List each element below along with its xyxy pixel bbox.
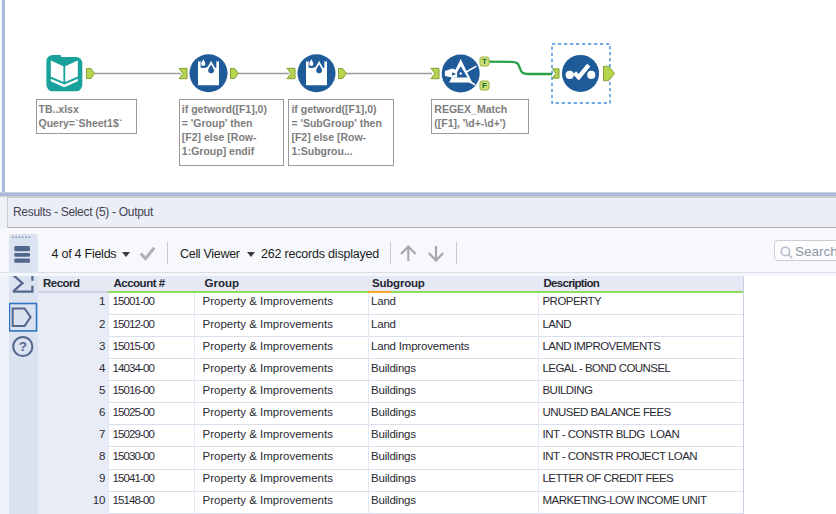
- svg-text:F: F: [482, 81, 487, 90]
- svg-text:T: T: [482, 57, 487, 66]
- svg-text:?: ?: [19, 339, 27, 354]
